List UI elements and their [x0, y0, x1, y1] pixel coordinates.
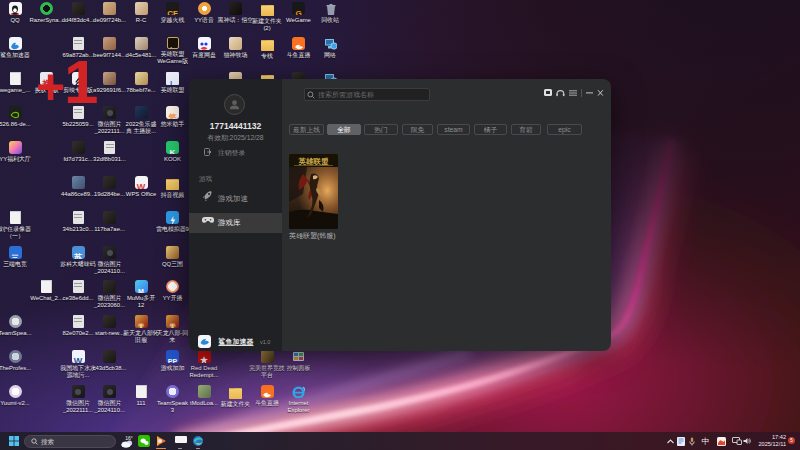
svg-text:英雄联盟: 英雄联盟 [298, 157, 330, 166]
svg-text:16°: 16° [125, 435, 133, 441]
